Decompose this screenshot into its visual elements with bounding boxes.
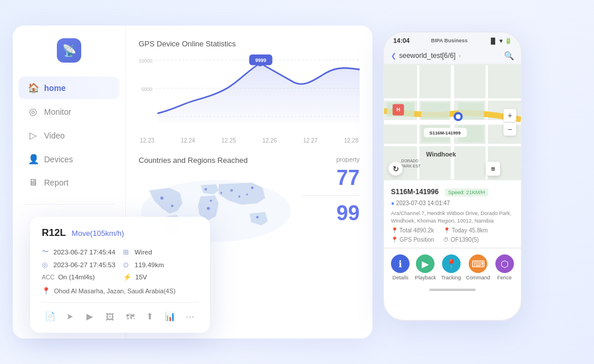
chart-x-label-0: 12.23: [140, 137, 154, 144]
details-btn[interactable]: ℹ Details: [391, 254, 410, 281]
svg-point-9: [160, 196, 163, 199]
home-icon: 🏠: [28, 82, 38, 93]
command-label: Command: [466, 275, 490, 281]
sidebar-divider: [23, 204, 115, 205]
stat-of: ⏱ OF1390(5): [443, 236, 479, 243]
distance-value: 119.49km: [135, 261, 164, 268]
svg-text:9999: 9999: [255, 57, 266, 64]
battery-icon: 🔋: [505, 38, 512, 44]
search-icon[interactable]: 🔍: [504, 51, 514, 60]
sidebar-item-report[interactable]: 🖥 Report: [19, 172, 119, 194]
monitor-icon: ◎: [28, 106, 38, 117]
phone-time: 14:04: [393, 37, 410, 44]
chart-x-label-1: 12.24: [180, 137, 195, 144]
fence-label: Fence: [497, 275, 512, 281]
action-photo[interactable]: 🖼: [102, 308, 118, 325]
tracking-btn[interactable]: 📍 Tracking: [441, 254, 461, 281]
svg-text:10000: 10000: [139, 58, 153, 64]
main-container: 📡 🏠 home ◎ Monitor ▷ Video 👤 Devices: [13, 14, 581, 350]
chart-title: GPS Device Online Statistics: [139, 39, 360, 48]
grid-icon: ⊞: [123, 248, 131, 256]
report-icon: 🖥: [28, 177, 38, 188]
wifi-status-icon: ▾: [499, 38, 502, 44]
action-share[interactable]: ⋯: [182, 308, 198, 325]
svg-text:H: H: [396, 107, 400, 112]
info-voltage: ⚡ 15V: [123, 273, 198, 281]
svg-rect-28: [421, 103, 450, 120]
sidebar-item-monitor-label: Monitor: [44, 107, 71, 117]
time1-value: 2023-06-27 17:45:44: [53, 249, 115, 256]
sidebar-item-video-label: Video: [44, 131, 65, 140]
zoom-out-btn[interactable]: −: [504, 123, 516, 136]
speed-badge: Speed: 21KM/H: [445, 188, 489, 196]
search-text: seeworld_test[6/6]: [399, 52, 455, 60]
action-doc[interactable]: 📄: [42, 308, 58, 325]
device-info-grid: 〜 2023-06-27 17:45:44 ⊞ Wired ◎ 2023-06-…: [42, 247, 198, 281]
sidebar-item-monitor[interactable]: ◎ Monitor: [19, 100, 119, 123]
action-map[interactable]: 🗺: [122, 308, 138, 325]
chart-section: GPS Device Online Statistics 10000 5000: [139, 39, 360, 147]
details-label: Details: [393, 275, 409, 281]
tracking-label: Tracking: [441, 275, 461, 281]
world-map-title: Countries and Regions Reached: [139, 156, 294, 165]
property-value-1: 77: [302, 168, 360, 188]
action-play[interactable]: ▶: [82, 308, 98, 325]
sidebar-item-home-label: home: [44, 83, 66, 93]
map-pin-icon: 📍: [42, 287, 50, 295]
devices-icon: 👤: [28, 154, 38, 165]
zoom-in-btn[interactable]: +: [504, 109, 516, 122]
home-indicator: [384, 284, 521, 296]
svg-point-13: [207, 207, 209, 210]
action-chart[interactable]: 📊: [162, 308, 178, 325]
playback-btn[interactable]: ▶ Playback: [415, 254, 436, 281]
sidebar-item-devices-label: Devices: [44, 155, 73, 164]
phone-status-bar: 14:04 BIPA Business ▐▌ ▾ 🔋: [384, 32, 521, 48]
chart-x-labels: 12.23 12.24 12.25 12.26 12.27 12.28: [139, 137, 360, 144]
card-actions: 📄 ➤ ▶ 🖼 🗺 ⬆ 📊 ⋯: [42, 302, 198, 325]
device-id: R12L: [42, 227, 66, 239]
stat-today: 📍 Today 45.8km: [443, 227, 488, 234]
action-nav[interactable]: ➤: [62, 308, 78, 325]
recenter-btn[interactable]: ↻: [389, 162, 403, 176]
svg-point-20: [246, 194, 248, 196]
search-content: ❮ seeworld_test[6/6] ›: [391, 52, 461, 60]
phone-search-bar[interactable]: ❮ seeworld_test[6/6] › 🔍: [384, 48, 521, 64]
details-icon: ℹ: [391, 254, 410, 273]
svg-point-11: [204, 188, 207, 190]
svg-point-15: [238, 195, 241, 198]
svg-point-12: [210, 199, 212, 202]
vehicle-address: Ara/Channel 7, Hendrik Witbooi Drive, Do…: [391, 210, 514, 224]
logo-icon: 📡: [57, 38, 81, 63]
action-upload[interactable]: ⬆: [142, 308, 158, 325]
chart-svg: 10000 5000: [139, 54, 360, 135]
property-label: property: [302, 156, 360, 163]
info-distance: ⊙ 119.49km: [123, 261, 198, 269]
info-acc: ACC On (14ml4s): [42, 273, 117, 281]
sidebar-item-video[interactable]: ▷ Video: [19, 124, 119, 147]
map-area: S116M-141999 H Windhoek DORADO PARK EST …: [384, 64, 521, 180]
playback-label: Playback: [415, 275, 436, 281]
voltage-value: 15V: [135, 274, 147, 281]
property-divider: [302, 195, 360, 196]
vehicle-stats: 📍 Total 4890.2k 📍 Today 45.8km: [391, 227, 514, 234]
phone-vehicle-info: S116M-141996 Speed: 21KM/H ● 2023-07-03 …: [384, 180, 521, 248]
type-value: Wired: [135, 249, 152, 256]
location-icon: ◎: [42, 261, 50, 269]
chart-container: 10000 5000: [139, 54, 360, 147]
command-btn[interactable]: ⌨ Command: [466, 254, 490, 281]
sidebar-item-devices[interactable]: 👤 Devices: [19, 148, 119, 170]
property-section: property 77 99: [302, 156, 360, 328]
layers-btn[interactable]: ≡: [486, 162, 500, 176]
vehicle-id-row: S116M-141996 Speed: 21KM/H: [391, 186, 514, 196]
chart-x-label-3: 12.26: [262, 137, 277, 144]
svg-point-19: [220, 192, 223, 194]
acc-label: ACC: [42, 274, 55, 281]
info-type: ⊞ Wired: [123, 247, 198, 257]
time2-value: 2023-06-27 17:45:53: [53, 261, 115, 268]
sidebar-item-report-label: Report: [44, 178, 68, 187]
phone-actions: ℹ Details ▶ Playback 📍 Tracking ⌨ Comman…: [384, 248, 521, 284]
svg-point-10: [171, 205, 173, 207]
sidebar-item-home[interactable]: 🏠 home: [19, 77, 119, 99]
fence-btn[interactable]: ⬡ Fence: [495, 254, 514, 281]
device-card-header: R12L Move(105km/h): [42, 227, 198, 239]
